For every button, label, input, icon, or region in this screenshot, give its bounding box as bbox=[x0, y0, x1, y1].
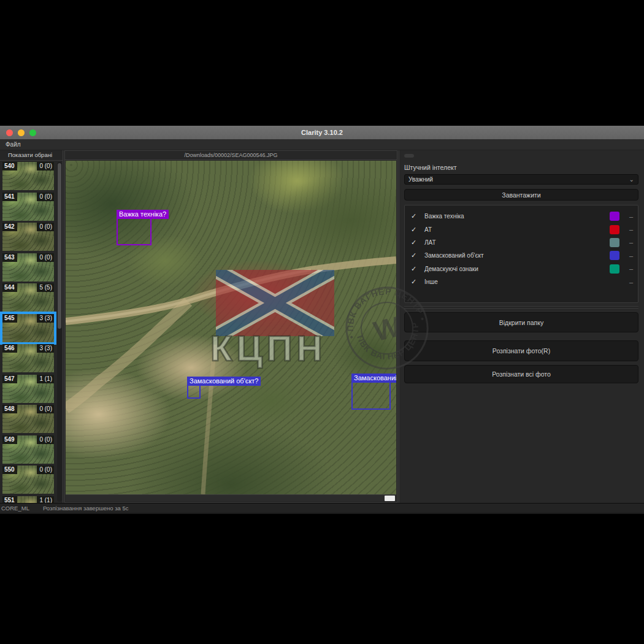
thumbnail-detection-count: 0 (0) bbox=[37, 405, 54, 413]
thumbnail-list: 540 0 (0) 541 0 (0) 542 0 (0) 543 0 (0) bbox=[0, 161, 56, 503]
thumbnail-index: 550 bbox=[2, 466, 17, 474]
class-remove-dash[interactable]: – bbox=[627, 213, 633, 220]
class-row: ✓ ЛАТ – bbox=[411, 236, 633, 249]
thumbnail-index: 545 bbox=[2, 314, 17, 323]
engine-name: CORE_ML bbox=[1, 505, 29, 512]
class-list: ✓ Важка техніка – ✓ АТ – ✓ ЛАТ – ✓ Замас bbox=[404, 205, 638, 303]
list-item[interactable]: 544 5 (5) bbox=[2, 283, 54, 312]
thumbnail-sidebar: Показати обрані 540 0 (0) 541 0 (0) 542 … bbox=[0, 150, 63, 503]
flag-watermark bbox=[216, 270, 334, 336]
list-item[interactable]: 545 3 (3) bbox=[2, 314, 54, 342]
menu-file[interactable]: Файл bbox=[6, 141, 21, 148]
thumbnail-index: 548 bbox=[2, 405, 17, 413]
class-label: Важка техніка bbox=[424, 213, 610, 220]
model-dropdown[interactable]: Уважний ⌄ bbox=[404, 174, 638, 185]
checkbox-checked-icon[interactable]: ✓ bbox=[411, 226, 424, 234]
aerial-image[interactable]: КЦПН Важка техніка? Замаскований об'єкт?… bbox=[66, 161, 396, 494]
load-model-button[interactable]: Завантажити bbox=[404, 189, 638, 201]
class-remove-dash[interactable]: – bbox=[627, 226, 633, 233]
list-item[interactable]: 547 1 (1) bbox=[2, 375, 54, 403]
class-row: ✓ Замаскований об'єкт – bbox=[411, 249, 633, 262]
class-row: ✓ Важка техніка – bbox=[411, 210, 633, 223]
list-item[interactable]: 546 3 (3) bbox=[2, 344, 54, 372]
tab[interactable] bbox=[434, 154, 436, 158]
class-color-swatch[interactable] bbox=[610, 238, 619, 247]
thumbnail-index: 543 bbox=[2, 253, 17, 262]
open-folder-button[interactable]: Відкрити папку bbox=[404, 312, 638, 332]
list-item[interactable]: 550 0 (0) bbox=[2, 466, 54, 494]
list-item[interactable]: 542 0 (0) bbox=[2, 223, 54, 251]
menu-bar: Файл bbox=[0, 139, 644, 150]
thumbnail-detection-count: 0 (0) bbox=[37, 435, 54, 444]
class-label: Замаскований об'єкт bbox=[424, 252, 610, 259]
class-color-swatch[interactable] bbox=[610, 251, 619, 260]
status-bar: CORE_ML Розпізнавання завершено за 5с bbox=[0, 503, 644, 513]
recognize-photo-button[interactable]: Розпізнати фото(R) bbox=[404, 340, 638, 361]
checkbox-checked-icon[interactable]: ✓ bbox=[411, 265, 424, 273]
class-color-swatch[interactable] bbox=[610, 264, 619, 274]
class-row: ✓ АТ – bbox=[411, 223, 633, 236]
thumbnail-detection-count: 0 (0) bbox=[37, 223, 54, 231]
app-window: Clarity 3.10.2 Файл Показати обрані 540 … bbox=[0, 126, 644, 514]
list-item[interactable]: 549 0 (0) bbox=[2, 435, 54, 464]
thumbnail-detection-count: 3 (3) bbox=[37, 344, 54, 353]
checkbox-checked-icon[interactable]: ✓ bbox=[411, 212, 424, 220]
class-label: Інше bbox=[424, 278, 610, 285]
class-remove-dash[interactable]: – bbox=[627, 265, 633, 272]
chevron-down-icon: ⌄ bbox=[629, 177, 634, 182]
sidebar-scrollbar[interactable] bbox=[57, 162, 62, 502]
recognition-panel: Штучний інтелект Уважний ⌄ Завантажити ✓… bbox=[399, 150, 644, 503]
class-label: ЛАТ bbox=[424, 239, 610, 246]
thumbnail-detection-count: 0 (0) bbox=[37, 193, 54, 201]
thumbnail-detection-count: 0 (0) bbox=[37, 466, 54, 474]
detection-box[interactable]: Замаскований об'єкт? bbox=[351, 381, 391, 410]
detection-label: Замаскований об'єкт? bbox=[351, 374, 396, 383]
class-remove-dash[interactable]: – bbox=[627, 239, 633, 246]
detection-box[interactable]: Важка техніка? bbox=[117, 218, 151, 245]
panel-divider bbox=[404, 306, 638, 309]
class-row: ✓ Демаскуючі ознаки – bbox=[411, 263, 633, 275]
class-remove-dash[interactable]: – bbox=[627, 252, 633, 259]
class-remove-dash[interactable]: – bbox=[627, 278, 633, 286]
thumbnail-index: 551 bbox=[2, 496, 17, 504]
thumbnail-detection-count: 5 (5) bbox=[37, 283, 54, 292]
window-bottom-edge bbox=[0, 513, 644, 514]
thumbnail-index: 544 bbox=[2, 283, 17, 292]
class-color-swatch[interactable] bbox=[610, 212, 619, 221]
thumbnail-detection-count: 3 (3) bbox=[37, 314, 54, 323]
status-message: Розпізнавання завершено за 5с bbox=[43, 505, 129, 512]
viewer-scrollbar-thumb[interactable] bbox=[385, 496, 395, 501]
list-item[interactable]: 548 0 (0) bbox=[2, 405, 54, 433]
window-titlebar[interactable]: Clarity 3.10.2 bbox=[0, 126, 644, 139]
thumbnail-detection-count: 1 (1) bbox=[37, 375, 54, 383]
thumbnail-index: 540 bbox=[2, 162, 17, 171]
tab[interactable] bbox=[404, 154, 414, 158]
model-dropdown-value: Уважний bbox=[408, 176, 433, 183]
recognize-all-button[interactable]: Розпізнати всі фото bbox=[404, 365, 638, 383]
ai-section-label: Штучний інтелект bbox=[404, 164, 638, 171]
checkbox-checked-icon[interactable]: ✓ bbox=[411, 278, 424, 286]
class-label: Демаскуючі ознаки bbox=[424, 266, 610, 272]
list-item[interactable]: 540 0 (0) bbox=[2, 162, 54, 190]
panel-tabs bbox=[404, 154, 638, 158]
thumbnail-index: 542 bbox=[2, 223, 17, 231]
checkbox-checked-icon[interactable]: ✓ bbox=[411, 239, 424, 247]
viewer-horizontal-scrollbar[interactable] bbox=[66, 494, 396, 502]
thumbnail-detection-count: 0 (0) bbox=[37, 253, 54, 262]
detection-box[interactable]: Замаскований об'єкт? bbox=[187, 385, 201, 399]
thumbnail-index: 549 bbox=[2, 435, 17, 444]
image-viewer: /Downloads/00002/SEAG000546.JPG КЦПН bbox=[64, 150, 397, 503]
sidebar-scrollbar-thumb[interactable] bbox=[58, 163, 61, 329]
list-item[interactable]: 541 0 (0) bbox=[2, 193, 54, 221]
image-path: /Downloads/00002/SEAG000546.JPG bbox=[65, 151, 397, 160]
class-label: АТ bbox=[424, 226, 610, 233]
thumbnail-detection-count: 0 (0) bbox=[37, 162, 54, 171]
list-item[interactable]: 543 0 (0) bbox=[2, 253, 54, 282]
detection-label: Замаскований об'єкт? bbox=[187, 377, 261, 386]
list-item[interactable]: 551 1 (1) bbox=[2, 496, 54, 504]
class-color-swatch[interactable] bbox=[610, 225, 619, 234]
window-title: Clarity 3.10.2 bbox=[0, 129, 644, 136]
tab[interactable] bbox=[423, 154, 425, 158]
checkbox-checked-icon[interactable]: ✓ bbox=[411, 251, 424, 259]
show-selected-toggle[interactable]: Показати обрані bbox=[0, 150, 63, 161]
